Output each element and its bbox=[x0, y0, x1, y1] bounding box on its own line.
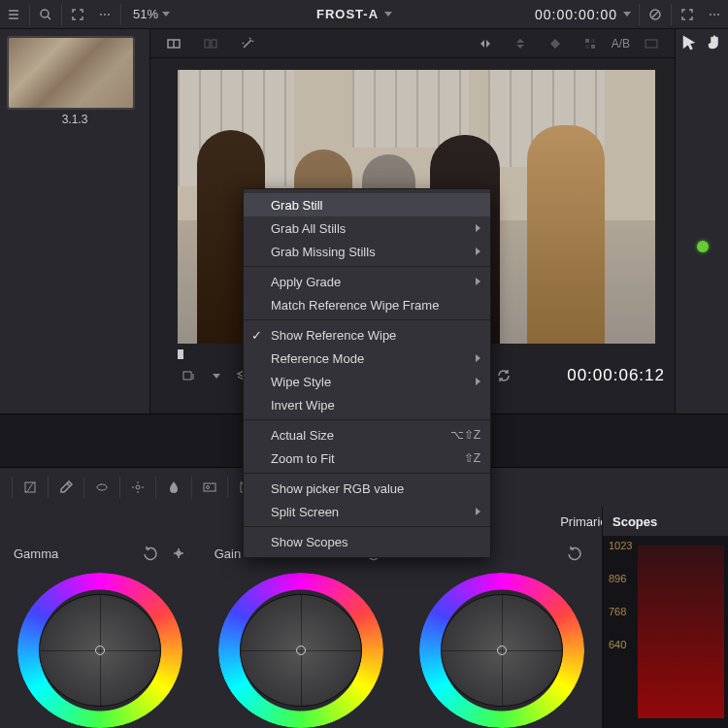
zoom-level[interactable]: 51% bbox=[133, 7, 170, 21]
unmix-icon[interactable] bbox=[176, 362, 203, 389]
menu-item-label: Show Reference Wipe bbox=[271, 328, 396, 343]
more-icon[interactable] bbox=[701, 1, 728, 28]
menu-item[interactable]: Split Screen bbox=[244, 500, 490, 523]
submenu-arrow-icon bbox=[476, 278, 480, 285]
viewer-toolbar: A/B bbox=[150, 29, 675, 58]
menu-item-label: Actual Size bbox=[271, 428, 334, 443]
svg-rect-11 bbox=[585, 39, 589, 43]
menu-item[interactable]: Zoom to Fit⇧Z bbox=[244, 447, 490, 470]
still-thumbnail[interactable] bbox=[8, 37, 134, 109]
pointer-icon[interactable] bbox=[679, 33, 699, 52]
blur-icon[interactable] bbox=[160, 474, 187, 501]
expand-icon[interactable] bbox=[64, 1, 91, 28]
scopes-panel[interactable]: 1023896768640 bbox=[602, 536, 728, 728]
menu-item-label: Match Reference Wipe Frame bbox=[271, 298, 439, 313]
window-icon[interactable] bbox=[88, 474, 116, 501]
color-wheels-panel: Gamma Gain Offset bbox=[0, 536, 602, 728]
chevron-down-icon[interactable] bbox=[213, 374, 220, 379]
menu-item[interactable]: Grab Missing Stills bbox=[244, 240, 490, 263]
split-view-icon[interactable] bbox=[197, 30, 224, 57]
menu-item[interactable]: Grab All Stills bbox=[244, 216, 490, 240]
wheel-gain: Gain bbox=[201, 540, 402, 728]
wheel-label: Gamma bbox=[14, 546, 58, 561]
reset-icon[interactable] bbox=[561, 540, 588, 567]
menu-shortcut: ⌥⇧Z bbox=[450, 428, 480, 442]
svg-point-6 bbox=[713, 14, 715, 16]
wipe-vertical-icon[interactable] bbox=[507, 30, 534, 57]
menu-item-label: Apply Grade bbox=[271, 275, 341, 289]
node-output-indicator[interactable] bbox=[697, 241, 709, 252]
menu-separator bbox=[244, 473, 490, 474]
menu-item[interactable]: ✓Show Reference Wipe bbox=[244, 323, 490, 347]
submenu-arrow-icon bbox=[476, 354, 480, 362]
color-wheel[interactable] bbox=[218, 573, 383, 728]
color-wheel[interactable] bbox=[17, 573, 182, 728]
ab-label[interactable]: A/B bbox=[612, 37, 630, 50]
menu-item-label: Grab Missing Stills bbox=[271, 245, 376, 259]
menu-item-label: Show picker RGB value bbox=[271, 481, 404, 496]
menu-item-label: Wipe Style bbox=[271, 375, 331, 389]
wipe-diagonal-icon[interactable] bbox=[542, 30, 569, 57]
list-icon[interactable] bbox=[0, 1, 27, 28]
menu-item[interactable]: Wipe Style bbox=[244, 370, 490, 393]
check-icon: ✓ bbox=[251, 328, 262, 343]
gallery-view-icon[interactable] bbox=[638, 30, 665, 57]
menu-item[interactable]: Reference Mode bbox=[244, 347, 490, 370]
wheel-offset: Offset bbox=[401, 540, 602, 728]
eyedropper-icon[interactable] bbox=[52, 474, 80, 501]
svg-point-21 bbox=[207, 486, 210, 489]
key-icon[interactable] bbox=[196, 474, 223, 501]
menu-separator bbox=[244, 419, 490, 420]
search-icon[interactable] bbox=[32, 1, 59, 28]
expand-icon[interactable] bbox=[674, 1, 701, 28]
still-label: 3.1.3 bbox=[8, 113, 142, 126]
menu-item[interactable]: Show Scopes bbox=[244, 530, 490, 553]
submenu-arrow-icon bbox=[476, 378, 480, 385]
svg-point-0 bbox=[41, 10, 49, 17]
wand-icon[interactable] bbox=[234, 30, 261, 57]
wipe-horizontal-icon[interactable] bbox=[472, 30, 499, 57]
tracker-icon[interactable] bbox=[124, 474, 151, 501]
svg-point-2 bbox=[104, 14, 106, 16]
color-wheel[interactable] bbox=[419, 573, 584, 728]
gallery-panel: 3.1.3 bbox=[0, 29, 150, 437]
loop-icon[interactable] bbox=[490, 362, 517, 389]
menu-item-label: Zoom to Fit bbox=[271, 451, 335, 466]
menu-item[interactable]: Apply Grade bbox=[244, 270, 490, 293]
menu-item[interactable]: Show picker RGB value bbox=[244, 477, 490, 500]
menu-item[interactable]: Invert Wipe bbox=[244, 393, 490, 416]
svg-point-3 bbox=[108, 14, 110, 16]
menu-item-label: Grab Still bbox=[271, 198, 322, 213]
waveform-plot bbox=[638, 546, 724, 718]
crosshair-icon[interactable] bbox=[170, 545, 187, 562]
top-bar: 51% FROST-A 00:00:00:00 bbox=[0, 0, 728, 29]
viewer-timecode[interactable]: 00:00:00:00 bbox=[535, 7, 617, 22]
svg-rect-16 bbox=[183, 372, 191, 380]
chevron-down-icon bbox=[384, 12, 392, 17]
menu-item[interactable]: Match Reference Wipe Frame bbox=[244, 293, 490, 316]
menu-item-label: Show Scopes bbox=[271, 535, 348, 549]
svg-point-19 bbox=[136, 485, 140, 489]
wheel-label: Gain bbox=[215, 546, 241, 561]
clip-name[interactable]: FROST-A bbox=[180, 7, 529, 21]
node-tools bbox=[675, 29, 728, 414]
reset-icon[interactable] bbox=[137, 540, 164, 567]
svg-point-7 bbox=[717, 14, 719, 16]
submenu-arrow-icon bbox=[476, 224, 480, 232]
menu-shortcut: ⇧Z bbox=[464, 451, 480, 465]
bypass-icon[interactable] bbox=[642, 1, 669, 28]
chevron-down-icon bbox=[162, 12, 170, 17]
wheel-gamma: Gamma bbox=[0, 540, 201, 728]
more-icon[interactable] bbox=[91, 1, 118, 28]
hand-icon[interactable] bbox=[705, 33, 724, 52]
timecode-out[interactable]: 00:00:06:12 bbox=[567, 366, 665, 385]
svg-rect-13 bbox=[585, 45, 589, 49]
menu-item[interactable]: Grab Still bbox=[244, 193, 490, 216]
menu-item[interactable]: Actual Size⌥⇧Z bbox=[244, 423, 490, 447]
image-wipe-icon[interactable] bbox=[160, 30, 187, 57]
checkerboard-icon[interactable] bbox=[577, 30, 604, 57]
svg-point-5 bbox=[710, 14, 711, 16]
scope-axis: 1023896768640 bbox=[609, 540, 632, 650]
menu-item-label: Grab All Stills bbox=[271, 221, 346, 236]
curves-icon[interactable] bbox=[17, 474, 44, 501]
